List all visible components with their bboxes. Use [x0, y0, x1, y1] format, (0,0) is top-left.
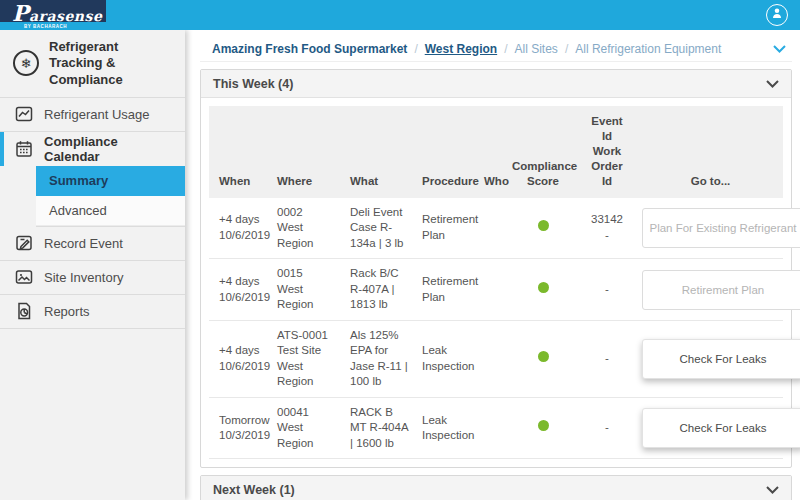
this-week-header[interactable]: This Week (4) — [201, 70, 791, 98]
col-header-who: Who — [474, 174, 510, 189]
compliance-score-cell — [510, 282, 576, 298]
table-row: +4 days10/6/20190015West RegionRack B/C … — [209, 259, 783, 321]
compliance-score-dot — [538, 420, 549, 431]
compliance-score-cell — [510, 420, 576, 436]
calendar-icon — [15, 140, 33, 158]
sidebar-item-record-event[interactable]: Record Event — [0, 227, 185, 261]
what-cell: Deli Event Case R-134a | 3 lb — [340, 205, 412, 252]
procedure-cell: Retirement Plan — [412, 274, 474, 305]
what-cell: RACK B MT R-404A | 1600 lb — [340, 405, 412, 452]
goto-cell: Retirement Plan — [638, 270, 800, 310]
where-cell: 0002West Region — [267, 205, 340, 252]
table-header-row: When Where What Procedure Who Compliance… — [209, 106, 783, 198]
sidebar: ❄ Refrigerant Tracking & Compliance Refr… — [0, 30, 185, 500]
what-cell: Rack B/C R-407A | 1813 lb — [340, 266, 412, 313]
user-account-button[interactable] — [766, 4, 788, 26]
breadcrumb-region[interactable]: West Region — [425, 42, 497, 56]
brand-logo: Parasense BY BACHARACH — [12, 0, 102, 30]
next-week-chevron-down-icon[interactable] — [766, 486, 779, 494]
goto-button[interactable]: Check For Leaks — [642, 339, 800, 379]
user-icon — [770, 6, 784, 24]
main-content: Amazing Fresh Food Supermarket / West Re… — [185, 30, 800, 500]
next-week-panel: Next Week (1) — [200, 475, 792, 500]
sidebar-item-site-inventory[interactable]: Site Inventory — [0, 261, 185, 295]
next-week-title: Next Week (1) — [213, 483, 295, 497]
reports-icon — [15, 302, 33, 320]
procedure-cell: Leak Inspection — [412, 413, 474, 444]
sidebar-subitem-advanced[interactable]: Advanced — [36, 196, 185, 226]
table-rows: +4 days10/6/20190002West RegionDeli Even… — [209, 198, 783, 460]
sidebar-item-reports[interactable]: Reports — [0, 295, 185, 329]
sidebar-item-compliance-calendar[interactable]: Compliance Calendar — [0, 132, 185, 166]
compliance-score-dot — [538, 351, 549, 362]
goto-cell: Check For Leaks — [638, 339, 800, 379]
refrigerant-compliance-icon: ❄ — [13, 50, 39, 76]
goto-button[interactable]: Retirement Plan — [642, 270, 800, 310]
compliance-calendar-submenu: Summary Advanced — [36, 166, 185, 227]
col-header-when: When — [209, 174, 267, 189]
col-header-goto: Go to... — [638, 174, 783, 189]
top-bar: Parasense BY BACHARACH — [0, 0, 800, 30]
compliance-score-cell — [510, 351, 576, 367]
breadcrumb: Amazing Fresh Food Supermarket / West Re… — [200, 36, 792, 62]
sidebar-item-refrigerant-usage[interactable]: Refrigerant Usage — [0, 98, 185, 132]
goto-button[interactable]: Check For Leaks — [642, 408, 800, 448]
record-event-icon — [15, 234, 33, 252]
this-week-title: This Week (4) — [213, 77, 293, 91]
breadcrumb-company[interactable]: Amazing Fresh Food Supermarket — [212, 42, 407, 56]
site-inventory-icon — [15, 268, 33, 286]
table-row: +4 days10/6/2019ATS-0001Test SiteWest Re… — [209, 321, 783, 398]
events-table: When Where What Procedure Who Compliance… — [201, 98, 791, 467]
when-cell: +4 days10/6/2019 — [209, 274, 267, 305]
procedure-cell: Retirement Plan — [412, 212, 474, 243]
when-cell: +4 days10/6/2019 — [209, 212, 267, 243]
col-header-what: What — [340, 174, 412, 189]
event-work-order-id-cell: 33142- — [576, 212, 638, 243]
logo-text: Parasense — [12, 2, 102, 24]
goto-button[interactable]: Plan For Existing Refrigerant — [642, 208, 800, 248]
where-cell: 0015West Region — [267, 266, 340, 313]
breadcrumb-chevron-down-icon[interactable] — [773, 45, 786, 53]
col-header-compliance-score: Compliance Score — [510, 159, 576, 189]
table-row: Tomorrow10/3/201900041West RegionRACK B … — [209, 398, 783, 460]
goto-cell: Check For Leaks — [638, 408, 800, 448]
sidebar-app-title: ❄ Refrigerant Tracking & Compliance — [0, 30, 185, 98]
sidebar-subitem-summary[interactable]: Summary — [36, 166, 185, 196]
where-cell: 00041West Region — [267, 405, 340, 452]
when-cell: Tomorrow10/3/2019 — [209, 413, 267, 444]
when-cell: +4 days10/6/2019 — [209, 343, 267, 374]
col-header-event-work-order-id: Event Id Work Order Id — [576, 114, 638, 189]
table-row: +4 days10/6/20190002West RegionDeli Even… — [209, 198, 783, 260]
event-work-order-id-cell: - — [576, 282, 638, 298]
col-header-where: Where — [267, 174, 340, 189]
usage-chart-icon — [15, 105, 33, 123]
next-week-header[interactable]: Next Week (1) — [201, 476, 791, 500]
compliance-score-dot — [538, 282, 549, 293]
col-header-procedure: Procedure — [412, 174, 474, 189]
procedure-cell: Leak Inspection — [412, 343, 474, 374]
app-window: Parasense BY BACHARACH ❄ Refrigerant Tra… — [0, 0, 800, 500]
event-work-order-id-cell: - — [576, 351, 638, 367]
compliance-score-dot — [538, 220, 549, 231]
logo-subtext: BY BACHARACH — [24, 25, 102, 30]
event-work-order-id-cell: - — [576, 420, 638, 436]
this-week-chevron-down-icon[interactable] — [766, 80, 779, 88]
what-cell: Als 125% EPA for Jase R-11 | 100 lb — [340, 328, 412, 390]
where-cell: ATS-0001Test SiteWest Region — [267, 328, 340, 390]
breadcrumb-sites[interactable]: All Sites — [515, 42, 558, 56]
compliance-score-cell — [510, 220, 576, 236]
goto-cell: Plan For Existing Refrigerant — [638, 208, 800, 248]
this-week-panel: This Week (4) When Where What Procedure … — [200, 69, 792, 468]
breadcrumb-equipment[interactable]: All Refrigeration Equipment — [575, 42, 721, 56]
